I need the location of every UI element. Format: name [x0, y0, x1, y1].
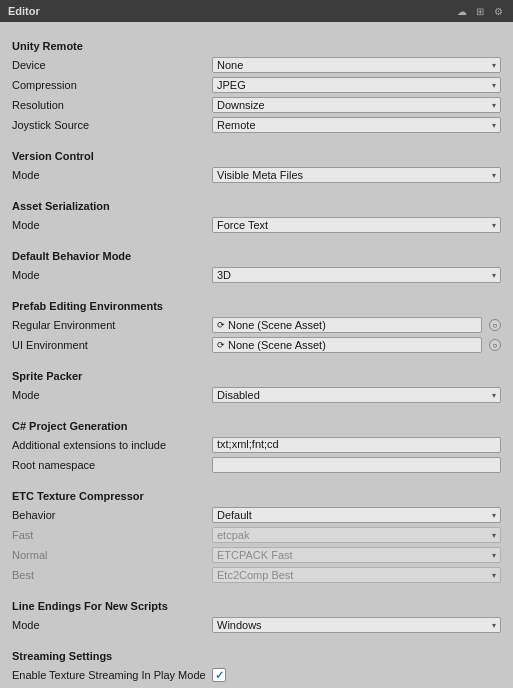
resolution-select[interactable]: Downsize ▾ [212, 97, 501, 113]
namespace-value [212, 457, 501, 473]
regular-env-field: ⟳ None (Scene Asset) ○ [212, 317, 501, 333]
namespace-label: Root namespace [12, 459, 212, 471]
ui-env-circle-button[interactable]: ○ [489, 339, 501, 351]
resolution-label: Resolution [12, 99, 212, 111]
etc-behavior-arrow-icon: ▾ [492, 511, 496, 520]
layout-icon[interactable]: ⊞ [473, 4, 487, 18]
device-value: None ▾ [212, 57, 501, 73]
as-mode-row: Mode Force Text ▾ [12, 216, 501, 234]
joystick-select[interactable]: Remote ▾ [212, 117, 501, 133]
sp-mode-row: Mode Disabled ▾ [12, 386, 501, 404]
vc-mode-arrow-icon: ▾ [492, 171, 496, 180]
joystick-row: Joystick Source Remote ▾ [12, 116, 501, 134]
asset-serialization-header: Asset Serialization [12, 200, 501, 212]
etc-best-value: Etc2Comp Best ▾ [212, 567, 501, 583]
namespace-row: Root namespace [12, 456, 501, 474]
etc-normal-arrow-icon: ▾ [492, 551, 496, 560]
as-mode-label: Mode [12, 219, 212, 231]
db-mode-select[interactable]: 3D ▾ [212, 267, 501, 283]
regular-env-text: None (Scene Asset) [228, 319, 326, 331]
joystick-label: Joystick Source [12, 119, 212, 131]
etc-fast-label: Fast [12, 529, 212, 541]
db-mode-arrow-icon: ▾ [492, 271, 496, 280]
extensions-row: Additional extensions to include txt;xml… [12, 436, 501, 454]
regular-env-input[interactable]: ⟳ None (Scene Asset) [212, 317, 482, 333]
texture-streaming-checkbox[interactable]: ✓ [212, 668, 226, 682]
db-mode-label: Mode [12, 269, 212, 281]
device-select[interactable]: None ▾ [212, 57, 501, 73]
sp-mode-arrow-icon: ▾ [492, 391, 496, 400]
joystick-arrow-icon: ▾ [492, 121, 496, 130]
as-mode-value: Force Text ▾ [212, 217, 501, 233]
vc-mode-select[interactable]: Visible Meta Files ▾ [212, 167, 501, 183]
default-behavior-header: Default Behavior Mode [12, 250, 501, 262]
compression-select[interactable]: JPEG ▾ [212, 77, 501, 93]
etc-texture-header: ETC Texture Compressor [12, 490, 501, 502]
compression-select-text: JPEG [217, 79, 246, 91]
etc-behavior-value: Default ▾ [212, 507, 501, 523]
etc-normal-select[interactable]: ETCPACK Fast ▾ [212, 547, 501, 563]
etc-normal-label: Normal [12, 549, 212, 561]
vc-mode-row: Mode Visible Meta Files ▾ [12, 166, 501, 184]
etc-behavior-row: Behavior Default ▾ [12, 506, 501, 524]
etc-fast-row: Fast etcpak ▾ [12, 526, 501, 544]
texture-streaming-value: ✓ [212, 668, 501, 682]
sprite-packer-header: Sprite Packer [12, 370, 501, 382]
etc-best-select[interactable]: Etc2Comp Best ▾ [212, 567, 501, 583]
line-endings-header: Line Endings For New Scripts [12, 600, 501, 612]
extensions-label: Additional extensions to include [12, 439, 212, 451]
vc-mode-label: Mode [12, 169, 212, 181]
compression-row: Compression JPEG ▾ [12, 76, 501, 94]
regular-env-circle-button[interactable]: ○ [489, 319, 501, 331]
le-mode-row: Mode Windows ▾ [12, 616, 501, 634]
etc-best-label: Best [12, 569, 212, 581]
editor-window: Editor ☁ ⊞ ⚙ Unity Remote Device None ▾ … [0, 0, 513, 688]
etc-best-row: Best Etc2Comp Best ▾ [12, 566, 501, 584]
texture-streaming-row: Enable Texture Streaming In Play Mode ✓ [12, 666, 501, 684]
gear-icon[interactable]: ⚙ [491, 4, 505, 18]
etc-fast-value: etcpak ▾ [212, 527, 501, 543]
compression-value: JPEG ▾ [212, 77, 501, 93]
ui-env-icon: ⟳ [217, 340, 225, 350]
joystick-select-text: Remote [217, 119, 256, 131]
regular-env-icon: ⟳ [217, 320, 225, 330]
window-title: Editor [8, 5, 40, 17]
le-mode-text: Windows [217, 619, 262, 631]
regular-env-label: Regular Environment [12, 319, 212, 331]
etc-best-text: Etc2Comp Best [217, 569, 293, 581]
db-mode-row: Mode 3D ▾ [12, 266, 501, 284]
title-bar-icons: ☁ ⊞ ⚙ [455, 4, 505, 18]
ui-env-field: ⟳ None (Scene Asset) ○ [212, 337, 501, 353]
db-mode-value: 3D ▾ [212, 267, 501, 283]
etc-normal-row: Normal ETCPACK Fast ▾ [12, 546, 501, 564]
etc-normal-text: ETCPACK Fast [217, 549, 293, 561]
etc-best-arrow-icon: ▾ [492, 571, 496, 580]
device-label: Device [12, 59, 212, 71]
le-mode-arrow-icon: ▾ [492, 621, 496, 630]
title-bar: Editor ☁ ⊞ ⚙ [0, 0, 513, 22]
etc-normal-value: ETCPACK Fast ▾ [212, 547, 501, 563]
ui-env-text: None (Scene Asset) [228, 339, 326, 351]
device-select-text: None [217, 59, 243, 71]
resolution-row: Resolution Downsize ▾ [12, 96, 501, 114]
etc-fast-text: etcpak [217, 529, 249, 541]
etc-fast-arrow-icon: ▾ [492, 531, 496, 540]
namespace-input[interactable] [212, 457, 501, 473]
as-mode-select[interactable]: Force Text ▾ [212, 217, 501, 233]
ui-env-row: UI Environment ⟳ None (Scene Asset) ○ [12, 336, 501, 354]
texture-streaming-label: Enable Texture Streaming In Play Mode [12, 669, 212, 681]
compression-label: Compression [12, 79, 212, 91]
streaming-settings-header: Streaming Settings [12, 650, 501, 662]
as-mode-arrow-icon: ▾ [492, 221, 496, 230]
cloud-icon[interactable]: ☁ [455, 4, 469, 18]
sp-mode-select[interactable]: Disabled ▾ [212, 387, 501, 403]
ui-env-input[interactable]: ⟳ None (Scene Asset) [212, 337, 482, 353]
resolution-select-text: Downsize [217, 99, 265, 111]
etc-fast-select[interactable]: etcpak ▾ [212, 527, 501, 543]
unity-remote-header: Unity Remote [12, 40, 501, 52]
le-mode-label: Mode [12, 619, 212, 631]
extensions-input[interactable]: txt;xml;fnt;cd [212, 437, 501, 453]
sp-mode-select-text: Disabled [217, 389, 260, 401]
le-mode-select[interactable]: Windows ▾ [212, 617, 501, 633]
etc-behavior-select[interactable]: Default ▾ [212, 507, 501, 523]
